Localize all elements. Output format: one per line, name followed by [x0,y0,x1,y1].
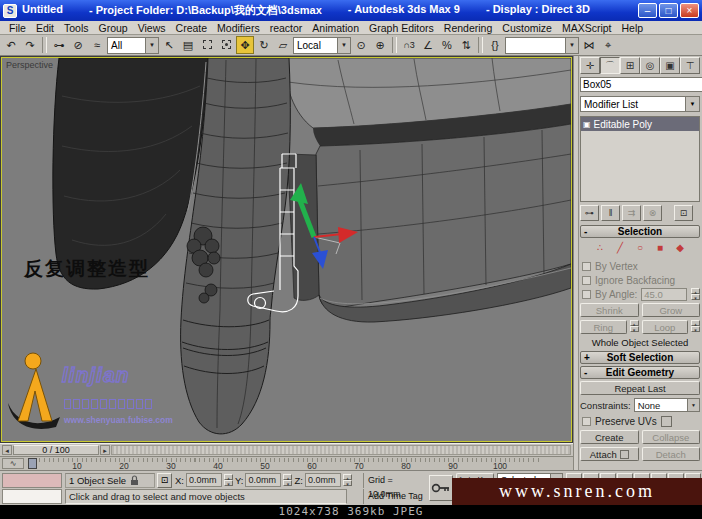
by-angle-checkbox[interactable] [582,290,591,299]
pin-stack-button[interactable]: ⊶ [580,205,599,221]
loop-button[interactable]: Loop [642,320,689,334]
tab-modify-icon[interactable]: ⌒ [600,57,620,74]
spinner-down-icon[interactable]: ▾ [691,294,700,300]
y-spinner[interactable]: ▴▾ [283,474,292,486]
rollout-selection[interactable]: - Selection [580,225,700,238]
named-selection-dropdown[interactable]: ▼ [505,37,579,54]
spinner-snap-button[interactable]: ⇅ [457,36,475,54]
time-slider-handle[interactable]: 0 / 100 [13,445,99,455]
attach-settings-button[interactable] [620,450,629,459]
undo-button[interactable]: ↶ [2,36,20,54]
tab-utilities-icon[interactable]: ⊤ [680,57,700,74]
menu-item-graph-editors[interactable]: Graph Editors [364,22,439,34]
chevron-down-icon[interactable]: ▼ [145,38,158,53]
unlink-selection-button[interactable]: ⊘ [69,36,87,54]
tab-create-icon[interactable]: ✛ [580,57,600,74]
menu-item-file[interactable]: File [4,22,31,34]
by-angle-field[interactable]: 45.0 [641,288,687,301]
named-selection-sets-button[interactable]: {} [486,36,504,54]
menu-item-edit[interactable]: Edit [31,22,59,34]
chevron-down-icon[interactable]: ▼ [565,38,578,53]
menu-item-modifiers[interactable]: Modifiers [212,22,265,34]
rollout-expand-icon[interactable]: + [584,352,590,364]
z-coordinate-field[interactable] [305,473,341,487]
set-keys-button[interactable] [429,475,453,501]
menu-item-reactor[interactable]: reactor [265,22,308,34]
select-by-name-button[interactable]: ▤ [179,36,197,54]
chevron-down-icon[interactable]: ▼ [337,38,350,53]
spinner-down-icon[interactable]: ▾ [283,480,292,486]
ring-spinner[interactable]: ▴▾ [630,320,639,334]
menu-item-tools[interactable]: Tools [59,22,94,34]
reference-coordinate-dropdown[interactable]: Local ▼ [293,37,351,54]
selection-filter-dropdown[interactable]: All ▼ [107,37,159,54]
spinner-down-icon[interactable]: ▾ [343,480,352,486]
rollout-soft-selection[interactable]: + Soft Selection [580,351,700,364]
polygon-mode-icon[interactable]: ■ [652,242,668,255]
create-button[interactable]: Create [580,430,639,444]
ignore-backfacing-checkbox[interactable] [582,276,591,285]
preserve-uvs-checkbox[interactable] [582,417,591,426]
shrink-button[interactable]: Shrink [580,303,639,317]
detach-button[interactable]: Detach [642,447,701,461]
grow-button[interactable]: Grow [642,303,701,317]
make-unique-button[interactable]: ⇉ [622,205,641,221]
menu-item-maxscript[interactable]: MAXScript [557,22,617,34]
chevron-down-icon[interactable]: ▼ [687,399,699,411]
add-time-tag[interactable]: Add Time Tag [363,489,425,504]
collapse-button[interactable]: Collapse [642,430,701,444]
select-and-rotate-button[interactable]: ↻ [255,36,273,54]
loop-spinner[interactable]: ▴▾ [691,320,700,334]
time-slider-next-icon[interactable]: ▸ [100,445,110,455]
time-slider-track[interactable] [111,445,571,455]
align-button[interactable]: ⌖ [599,36,617,54]
app-icon[interactable]: S [3,4,17,18]
element-mode-icon[interactable]: ◆ [672,242,688,255]
select-object-button[interactable]: ↖ [160,36,178,54]
absolute-mode-toggle[interactable]: ⊡ [157,473,172,488]
angle-snap-button[interactable]: ∠ [419,36,437,54]
viewport-label[interactable]: Perspective [6,60,53,70]
redo-button[interactable]: ↷ [21,36,39,54]
x-coordinate-field[interactable] [186,473,222,487]
time-slider-prev-icon[interactable]: ◂ [2,445,12,455]
menu-item-animation[interactable]: Animation [307,22,364,34]
select-and-manipulate-button[interactable]: ⊕ [371,36,389,54]
edge-mode-icon[interactable]: ╱ [612,242,628,255]
close-button[interactable]: × [680,3,699,18]
attach-button[interactable]: Attach [580,447,639,461]
modifier-stack[interactable]: ▣ Editable Poly [580,116,700,202]
stack-entry-editable-poly[interactable]: ▣ Editable Poly [581,117,699,131]
menu-item-views[interactable]: Views [133,22,171,34]
vertex-mode-icon[interactable]: ∴ [592,242,608,255]
select-and-link-button[interactable]: ⊶ [50,36,68,54]
menu-item-help[interactable]: Help [617,22,649,34]
ring-button[interactable]: Ring [580,320,627,334]
tab-motion-icon[interactable]: ◎ [640,57,660,74]
y-coordinate-field[interactable] [245,473,281,487]
maxscript-mini-listener[interactable] [2,473,62,488]
window-crossing-toggle[interactable] [217,36,235,54]
mirror-button[interactable]: ⋈ [580,36,598,54]
menu-item-rendering[interactable]: Rendering [439,22,497,34]
by-vertex-checkbox[interactable] [582,262,591,271]
object-name-field[interactable] [580,77,702,92]
maxscript-mini-listener-output[interactable] [2,489,62,504]
z-spinner[interactable]: ▴▾ [343,474,352,486]
snap-toggle-button[interactable]: ∩3 [400,36,418,54]
percent-snap-button[interactable]: % [438,36,456,54]
bind-to-spacewarp-button[interactable]: ≈ [88,36,106,54]
menu-item-group[interactable]: Group [94,22,133,34]
chevron-down-icon[interactable]: ▼ [685,97,699,111]
rectangular-selection-region-button[interactable] [198,36,216,54]
repeat-last-button[interactable]: Repeat Last [580,381,700,395]
by-angle-spinner[interactable]: ▴▾ [691,288,700,300]
selection-lock-icon[interactable] [130,475,139,486]
menu-item-customize[interactable]: Customize [497,22,557,34]
spinner-down-icon[interactable]: ▾ [691,326,700,332]
modifier-list-dropdown[interactable]: Modifier List ▼ [580,96,700,112]
rollout-collapse-icon[interactable]: - [584,367,587,379]
remove-modifier-button[interactable]: ⊗ [643,205,662,221]
track-bar[interactable]: ∿ 102030405060708090100 [0,456,573,470]
tab-hierarchy-icon[interactable]: ⊞ [620,57,640,74]
